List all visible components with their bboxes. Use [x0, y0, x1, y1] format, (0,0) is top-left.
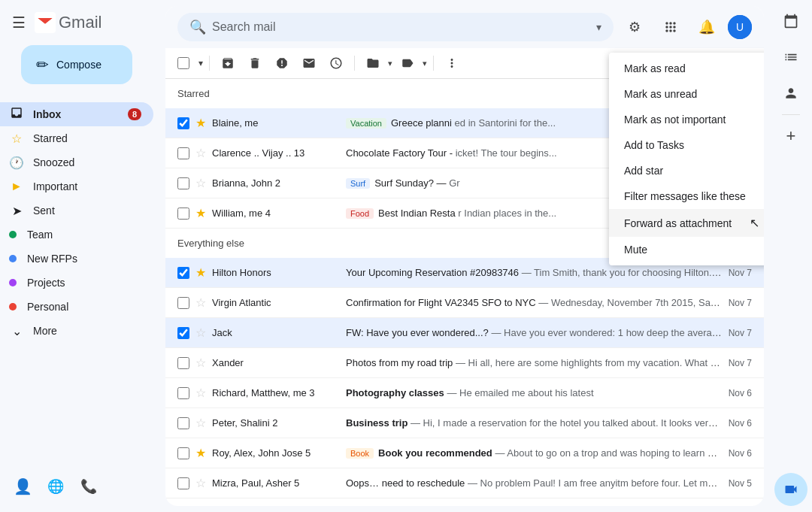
- search-input[interactable]: [212, 20, 590, 34]
- contacts-panel-button[interactable]: [776, 78, 806, 108]
- sidebar-item-projects[interactable]: Projects: [0, 271, 153, 295]
- row-checkbox[interactable]: [177, 447, 189, 459]
- sidebar-item-inbox[interactable]: Inbox 8: [0, 102, 153, 126]
- star-icon[interactable]: ☆: [195, 146, 206, 160]
- calendar-panel-button[interactable]: [776, 6, 806, 36]
- row-checkbox[interactable]: [177, 417, 189, 429]
- meet-button[interactable]: [774, 473, 807, 506]
- select-all-checkbox[interactable]: [177, 57, 189, 69]
- main-content: 🔍 ▾ ⚙ 🔔 U ▾: [165, 6, 764, 506]
- top-icons: ⚙ 🔔 U: [620, 12, 752, 42]
- ctx-mark-read[interactable]: Mark as read: [609, 56, 764, 81]
- ctx-add-star[interactable]: Add star: [609, 158, 764, 183]
- sender-name: Roy, Alex, John Jose 5: [212, 447, 340, 459]
- sidebar-item-sent-label: Sent: [33, 204, 141, 217]
- row-checkbox[interactable]: [177, 177, 189, 189]
- row-checkbox[interactable]: [177, 208, 189, 220]
- toolbar-divider-3: [433, 56, 434, 71]
- preview-text: — Tim Smith, thank you for choosing Hilt…: [522, 267, 723, 278]
- subject-preview: Confirmation for Flight VA2345 SFO to NY…: [346, 297, 723, 308]
- tasks-panel-button[interactable]: [776, 42, 806, 72]
- ctx-mark-unread[interactable]: Mark as unread: [609, 81, 764, 107]
- account-icon[interactable]: 👤: [9, 473, 36, 500]
- archive-button[interactable]: [216, 51, 240, 75]
- star-icon[interactable]: ★: [195, 206, 206, 220]
- delete-button[interactable]: [243, 51, 267, 75]
- personal-dot-icon: [9, 303, 17, 311]
- mark-read-button[interactable]: [297, 51, 321, 75]
- starred-icon: ☆: [9, 132, 24, 146]
- label-dropdown-icon[interactable]: ▾: [423, 59, 427, 68]
- sender-name: Virgin Atlantic: [212, 297, 340, 308]
- sidebar-item-sent[interactable]: ➤ Sent: [0, 198, 153, 223]
- notifications-button[interactable]: 🔔: [692, 12, 722, 42]
- gmail-wordmark: Gmail: [59, 13, 102, 32]
- star-icon[interactable]: ★: [195, 265, 206, 280]
- move-to-button[interactable]: [361, 51, 385, 75]
- sidebar-item-inbox-label: Inbox: [33, 108, 128, 120]
- add-panel-button[interactable]: +: [776, 121, 806, 151]
- star-icon[interactable]: ☆: [195, 386, 206, 400]
- label-button[interactable]: [395, 51, 420, 75]
- star-icon[interactable]: ☆: [195, 295, 206, 310]
- table-row[interactable]: ☆ Richard, Matthew, me 3 Photography cla…: [165, 378, 764, 408]
- sidebar-item-snoozed[interactable]: 🕐 Snoozed: [0, 150, 153, 174]
- ctx-mark-not-important[interactable]: Mark as not important: [609, 107, 764, 132]
- sidebar-item-starred[interactable]: ☆ Starred: [0, 126, 153, 150]
- ctx-add-tasks[interactable]: Add to Tasks: [609, 132, 764, 158]
- more-actions-button[interactable]: [440, 51, 464, 75]
- phone-icon[interactable]: 📞: [75, 473, 102, 500]
- toolbar-divider-2: [354, 56, 355, 71]
- row-checkbox[interactable]: [177, 117, 189, 129]
- star-icon[interactable]: ★: [195, 446, 206, 460]
- move-dropdown-icon[interactable]: ▾: [388, 59, 392, 68]
- table-row[interactable]: ☆ Virgin Atlantic Confirmation for Fligh…: [165, 288, 764, 318]
- apps-button[interactable]: [656, 12, 686, 42]
- row-checkbox[interactable]: [177, 327, 189, 339]
- table-row[interactable]: ★ Roy, Alex, John Jose 5 Book Book you r…: [165, 438, 764, 468]
- sidebar-item-important[interactable]: ► Important: [0, 174, 153, 198]
- row-checkbox[interactable]: [177, 477, 189, 489]
- star-icon[interactable]: ☆: [195, 326, 206, 340]
- table-row[interactable]: ☆ Peter, Shalini 2 Business trip — Hi, I…: [165, 408, 764, 438]
- table-row[interactable]: ☆ Mizra, Paul, Asher 5 Oops… need to res…: [165, 468, 764, 498]
- sidebar-item-more[interactable]: ⌄ More: [0, 319, 153, 343]
- star-icon[interactable]: ☆: [195, 176, 206, 190]
- row-checkbox[interactable]: [177, 387, 189, 399]
- compose-button[interactable]: ✏ Compose: [21, 45, 132, 84]
- star-icon[interactable]: ☆: [195, 416, 206, 430]
- row-checkbox[interactable]: [177, 267, 189, 279]
- table-row[interactable]: ☆ Xander Photos from my road trip — Hi a…: [165, 348, 764, 378]
- sidebar-item-personal[interactable]: Personal: [0, 295, 153, 319]
- settings-button[interactable]: ⚙: [620, 12, 650, 42]
- table-row[interactable]: ☆ Zaid, Alex, me 4 Future of Inbox — Tak…: [165, 498, 764, 506]
- status-icon[interactable]: 🌐: [42, 473, 69, 500]
- hamburger-icon[interactable]: ☰: [12, 14, 26, 32]
- row-checkbox[interactable]: [177, 357, 189, 369]
- sidebar-item-snoozed-label: Snoozed: [33, 156, 141, 168]
- row-checkbox[interactable]: [177, 297, 189, 309]
- star-icon[interactable]: ☆: [195, 356, 206, 370]
- row-checkbox[interactable]: [177, 147, 189, 159]
- table-row[interactable]: ☆ Jack FW: Have you ever wondered...? — …: [165, 318, 764, 348]
- avatar[interactable]: U: [728, 15, 752, 39]
- ctx-forward-attachment[interactable]: Forward as attachment ↖: [609, 209, 764, 237]
- search-dropdown-icon[interactable]: ▾: [596, 21, 601, 33]
- sidebar-item-team-label: Team: [27, 229, 141, 241]
- sidebar-item-new-rfps[interactable]: New RFPs: [0, 247, 153, 271]
- ctx-filter-messages[interactable]: Filter messages like these: [609, 183, 764, 209]
- subject-text: Chocolate Factory Tour -: [346, 147, 453, 159]
- snoozed-icon: 🕐: [9, 156, 24, 170]
- inbox-badge: 8: [128, 108, 141, 120]
- inbox-icon: [9, 106, 24, 123]
- snooze-button[interactable]: [324, 51, 348, 75]
- preview-text: — Wednesday, November 7th 2015, San Fr..…: [538, 297, 722, 308]
- report-spam-button[interactable]: [270, 51, 294, 75]
- subject-preview: Business trip — Hi, I made a reservation…: [346, 417, 723, 429]
- select-dropdown-icon[interactable]: ▾: [198, 58, 203, 68]
- star-icon[interactable]: ☆: [195, 476, 206, 490]
- ctx-mute[interactable]: Mute: [609, 237, 764, 262]
- subject-preview: Your Upcoming Reservation #20983746 — Ti…: [346, 267, 723, 278]
- sidebar-item-team[interactable]: Team: [0, 223, 153, 247]
- star-icon[interactable]: ★: [195, 116, 206, 130]
